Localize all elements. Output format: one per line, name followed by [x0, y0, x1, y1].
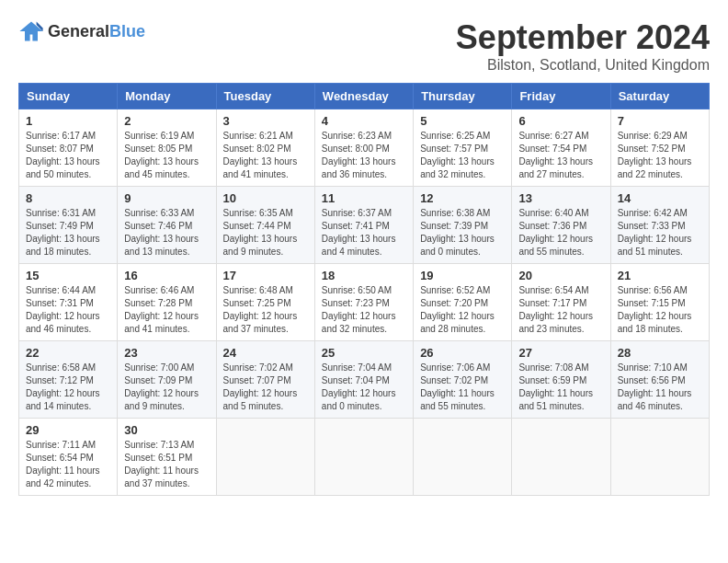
day-number: 2 — [124, 114, 209, 128]
table-cell — [314, 419, 413, 496]
table-cell: 14Sunrise: 6:42 AMSunset: 7:33 PMDayligh… — [610, 187, 709, 264]
logo-general: GeneralBlue — [48, 22, 145, 41]
table-cell — [512, 419, 610, 496]
table-cell: 11Sunrise: 6:37 AMSunset: 7:41 PMDayligh… — [314, 187, 413, 264]
day-number: 12 — [420, 191, 505, 205]
day-info: Sunrise: 6:38 AMSunset: 7:39 PMDaylight:… — [420, 207, 505, 259]
logo: GeneralBlue — [18, 18, 145, 44]
table-cell: 3Sunrise: 6:21 AMSunset: 8:02 PMDaylight… — [216, 109, 314, 187]
logo-icon — [18, 18, 44, 44]
day-number: 17 — [223, 269, 308, 282]
table-cell: 27Sunrise: 7:08 AMSunset: 6:59 PMDayligh… — [512, 341, 610, 419]
header-friday: Friday — [512, 84, 610, 109]
table-cell: 15Sunrise: 6:44 AMSunset: 7:31 PMDayligh… — [19, 264, 118, 341]
table-cell: 28Sunrise: 7:10 AMSunset: 6:56 PMDayligh… — [610, 341, 709, 419]
title-area: September 2024 Bilston, Scotland, United… — [456, 18, 710, 74]
day-info: Sunrise: 6:40 AMSunset: 7:36 PMDaylight:… — [518, 207, 603, 259]
day-info: Sunrise: 6:42 AMSunset: 7:33 PMDaylight:… — [618, 207, 702, 259]
day-number: 23 — [124, 346, 209, 360]
day-info: Sunrise: 7:00 AMSunset: 7:09 PMDaylight:… — [124, 362, 209, 413]
day-number: 19 — [420, 269, 505, 282]
day-info: Sunrise: 6:48 AMSunset: 7:25 PMDaylight:… — [223, 284, 308, 336]
day-number: 24 — [223, 346, 308, 360]
calendar-title: September 2024 — [456, 18, 710, 57]
week-row-1: 1Sunrise: 6:17 AMSunset: 8:07 PMDaylight… — [19, 109, 710, 187]
day-info: Sunrise: 6:33 AMSunset: 7:46 PMDaylight:… — [124, 207, 209, 259]
table-cell: 12Sunrise: 6:38 AMSunset: 7:39 PMDayligh… — [414, 187, 512, 264]
day-number: 14 — [618, 191, 702, 205]
week-row-2: 8Sunrise: 6:31 AMSunset: 7:49 PMDaylight… — [19, 187, 710, 264]
day-info: Sunrise: 6:29 AMSunset: 7:52 PMDaylight:… — [618, 130, 702, 181]
calendar-subtitle: Bilston, Scotland, United Kingdom — [456, 57, 710, 74]
table-cell: 4Sunrise: 6:23 AMSunset: 8:00 PMDaylight… — [314, 109, 413, 187]
week-row-4: 22Sunrise: 6:58 AMSunset: 7:12 PMDayligh… — [19, 341, 710, 419]
day-info: Sunrise: 6:19 AMSunset: 8:05 PMDaylight:… — [124, 130, 209, 181]
table-cell: 1Sunrise: 6:17 AMSunset: 8:07 PMDaylight… — [19, 109, 118, 187]
week-row-3: 15Sunrise: 6:44 AMSunset: 7:31 PMDayligh… — [19, 264, 710, 341]
table-cell — [610, 419, 709, 496]
page-header: GeneralBlue September 2024 Bilston, Scot… — [18, 18, 710, 74]
header-monday: Monday — [118, 84, 216, 109]
day-info: Sunrise: 6:37 AMSunset: 7:41 PMDaylight:… — [322, 207, 406, 259]
day-number: 15 — [26, 269, 110, 282]
table-cell: 21Sunrise: 6:56 AMSunset: 7:15 PMDayligh… — [610, 264, 709, 341]
day-info: Sunrise: 6:25 AMSunset: 7:57 PMDaylight:… — [420, 130, 505, 181]
day-number: 25 — [322, 346, 406, 360]
table-cell: 23Sunrise: 7:00 AMSunset: 7:09 PMDayligh… — [118, 341, 216, 419]
day-info: Sunrise: 6:56 AMSunset: 7:15 PMDaylight:… — [618, 284, 702, 336]
day-info: Sunrise: 6:54 AMSunset: 7:17 PMDaylight:… — [518, 284, 603, 336]
header-saturday: Saturday — [610, 84, 709, 109]
table-cell: 25Sunrise: 7:04 AMSunset: 7:04 PMDayligh… — [314, 341, 413, 419]
day-info: Sunrise: 6:46 AMSunset: 7:28 PMDaylight:… — [124, 284, 209, 336]
table-cell: 9Sunrise: 6:33 AMSunset: 7:46 PMDaylight… — [118, 187, 216, 264]
day-number: 7 — [618, 114, 702, 128]
table-cell: 5Sunrise: 6:25 AMSunset: 7:57 PMDaylight… — [414, 109, 512, 187]
day-number: 22 — [26, 346, 110, 360]
table-cell: 16Sunrise: 6:46 AMSunset: 7:28 PMDayligh… — [118, 264, 216, 341]
table-cell: 7Sunrise: 6:29 AMSunset: 7:52 PMDaylight… — [610, 109, 709, 187]
svg-marker-0 — [19, 22, 42, 41]
day-info: Sunrise: 6:27 AMSunset: 7:54 PMDaylight:… — [518, 130, 603, 181]
day-info: Sunrise: 7:08 AMSunset: 6:59 PMDaylight:… — [518, 362, 603, 413]
table-cell — [216, 419, 314, 496]
header-thursday: Thursday — [414, 84, 512, 109]
table-cell: 2Sunrise: 6:19 AMSunset: 8:05 PMDaylight… — [118, 109, 216, 187]
day-info: Sunrise: 7:02 AMSunset: 7:07 PMDaylight:… — [223, 362, 308, 413]
day-number: 27 — [518, 346, 603, 360]
day-number: 3 — [223, 114, 308, 128]
day-info: Sunrise: 7:10 AMSunset: 6:56 PMDaylight:… — [618, 362, 702, 413]
table-cell: 10Sunrise: 6:35 AMSunset: 7:44 PMDayligh… — [216, 187, 314, 264]
table-cell: 17Sunrise: 6:48 AMSunset: 7:25 PMDayligh… — [216, 264, 314, 341]
day-number: 9 — [124, 191, 209, 205]
day-info: Sunrise: 6:44 AMSunset: 7:31 PMDaylight:… — [26, 284, 110, 336]
day-number: 5 — [420, 114, 505, 128]
day-headers-row: Sunday Monday Tuesday Wednesday Thursday… — [19, 84, 710, 109]
day-info: Sunrise: 7:13 AMSunset: 6:51 PMDaylight:… — [124, 439, 209, 490]
calendar-table: Sunday Monday Tuesday Wednesday Thursday… — [18, 83, 710, 496]
day-info: Sunrise: 6:52 AMSunset: 7:20 PMDaylight:… — [420, 284, 505, 336]
table-cell: 20Sunrise: 6:54 AMSunset: 7:17 PMDayligh… — [512, 264, 610, 341]
day-number: 8 — [26, 191, 110, 205]
table-cell — [414, 419, 512, 496]
day-number: 28 — [618, 346, 702, 360]
table-cell: 22Sunrise: 6:58 AMSunset: 7:12 PMDayligh… — [19, 341, 118, 419]
day-info: Sunrise: 6:50 AMSunset: 7:23 PMDaylight:… — [322, 284, 406, 336]
day-info: Sunrise: 6:21 AMSunset: 8:02 PMDaylight:… — [223, 130, 308, 181]
day-number: 21 — [618, 269, 702, 282]
table-cell: 6Sunrise: 6:27 AMSunset: 7:54 PMDaylight… — [512, 109, 610, 187]
table-cell: 18Sunrise: 6:50 AMSunset: 7:23 PMDayligh… — [314, 264, 413, 341]
day-info: Sunrise: 7:11 AMSunset: 6:54 PMDaylight:… — [26, 439, 110, 490]
day-info: Sunrise: 6:58 AMSunset: 7:12 PMDaylight:… — [26, 362, 110, 413]
day-info: Sunrise: 7:06 AMSunset: 7:02 PMDaylight:… — [420, 362, 505, 413]
day-number: 20 — [518, 269, 603, 282]
day-number: 10 — [223, 191, 308, 205]
table-cell: 19Sunrise: 6:52 AMSunset: 7:20 PMDayligh… — [414, 264, 512, 341]
day-number: 30 — [124, 423, 209, 437]
table-cell: 13Sunrise: 6:40 AMSunset: 7:36 PMDayligh… — [512, 187, 610, 264]
table-cell: 8Sunrise: 6:31 AMSunset: 7:49 PMDaylight… — [19, 187, 118, 264]
day-number: 4 — [322, 114, 406, 128]
header-wednesday: Wednesday — [314, 84, 413, 109]
day-number: 18 — [322, 269, 406, 282]
day-number: 1 — [26, 114, 110, 128]
day-number: 13 — [518, 191, 603, 205]
